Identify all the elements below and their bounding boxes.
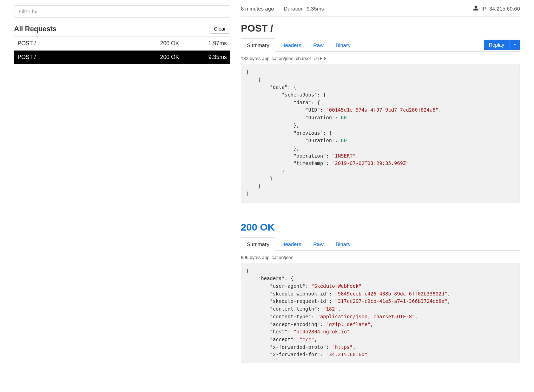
request-tabs: Summary Headers Raw Binary xyxy=(241,38,356,51)
ip-label: IP xyxy=(481,6,486,12)
chevron-down-icon xyxy=(513,42,516,47)
request-status: 200 OK xyxy=(160,40,199,47)
request-row[interactable]: POST /200 OK1.97ms xyxy=(14,37,230,51)
request-status: 200 OK xyxy=(160,54,199,60)
response-tabs: Summary Headers Raw Binary xyxy=(241,237,356,250)
replay-dropdown[interactable] xyxy=(509,40,520,50)
tab-binary[interactable]: Binary xyxy=(330,38,357,52)
user-icon xyxy=(473,5,479,12)
tab-headers[interactable]: Headers xyxy=(275,38,307,52)
response-title: 200 OK xyxy=(241,222,520,233)
tab-headers[interactable]: Headers xyxy=(275,237,307,251)
request-time: 1.97ms xyxy=(199,40,227,47)
response-content-info: 806 bytes application/json xyxy=(241,255,520,260)
all-requests-heading: All Requests xyxy=(14,25,57,33)
request-method: POST / xyxy=(18,40,160,47)
request-age: 8 minutes ago xyxy=(241,6,274,12)
tab-summary[interactable]: Summary xyxy=(241,237,275,251)
tab-raw[interactable]: Raw xyxy=(307,237,330,251)
request-meta: 8 minutes ago Duration 9.35ms IP 34.215.… xyxy=(241,5,520,16)
tab-raw[interactable]: Raw xyxy=(307,38,330,52)
response-body: { "headers": { "user-agent": "Skedulo-We… xyxy=(241,263,520,363)
tab-binary[interactable]: Binary xyxy=(330,237,357,251)
replay-button[interactable]: Replay xyxy=(484,40,509,50)
request-row[interactable]: POST /200 OK9.35ms xyxy=(14,51,230,64)
ip-value: 34.215.60.60 xyxy=(489,6,520,12)
request-time: 9.35ms xyxy=(199,54,227,60)
clear-button[interactable]: Clear xyxy=(210,24,230,34)
request-content-info: 182 bytes application/json; charset=UTF-… xyxy=(241,56,520,61)
filter-input[interactable] xyxy=(14,5,230,18)
request-method: POST / xyxy=(18,54,160,60)
tab-summary[interactable]: Summary xyxy=(241,38,275,52)
request-title: POST / xyxy=(241,23,520,34)
request-body: [ { "data": { "schemaJobs": { "data": { … xyxy=(241,64,520,202)
request-duration: Duration 9.35ms xyxy=(284,6,324,12)
